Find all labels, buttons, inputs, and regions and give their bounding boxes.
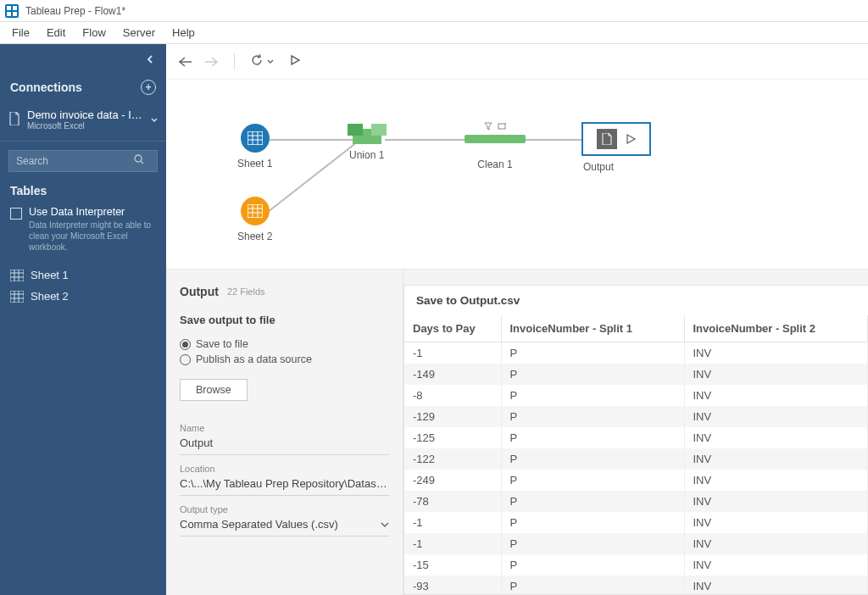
app-title: Tableau Prep - Flow1* (25, 5, 125, 17)
undo-button[interactable] (178, 56, 193, 68)
flow-node-clean[interactable]: Clean 1 (461, 124, 529, 170)
table-source-icon (241, 124, 270, 153)
run-output-icon[interactable] (626, 134, 636, 144)
table-row[interactable]: -8PINV (404, 385, 868, 406)
titlebar: Tableau Prep - Flow1* (0, 0, 868, 22)
table-source-icon (241, 197, 270, 225)
checkbox-icon[interactable] (10, 208, 22, 220)
radio-save-to-file[interactable]: Save to file (180, 338, 389, 350)
interpreter-sub: Data Interpreter might be able to clean … (29, 220, 156, 253)
flow-canvas[interactable]: Sheet 1 Sheet 2 Union 1 Clean 1 (166, 80, 868, 270)
chevron-down-icon[interactable] (267, 55, 274, 68)
table-cell: INV (684, 406, 868, 427)
column-header[interactable]: InvoiceNumber - Split 1 (501, 315, 684, 342)
radio-label: Save to file (196, 338, 248, 350)
output-config-panel: Output 22 Fields Save output to file Sav… (166, 270, 403, 595)
table-row[interactable]: -149PINV (404, 364, 868, 385)
flow-node-sheet2[interactable]: Sheet 2 (237, 197, 272, 242)
table-cell: INV (684, 533, 868, 554)
table-cell: -149 (404, 364, 501, 385)
table-row[interactable]: -1PINV (404, 533, 868, 554)
table-item-sheet2[interactable]: Sheet 2 (0, 286, 166, 307)
flow-toolbar (166, 44, 868, 80)
column-header[interactable]: Days to Pay (404, 315, 501, 342)
table-row[interactable]: -78PINV (404, 491, 868, 512)
svg-rect-6 (10, 270, 24, 281)
redo-button[interactable] (203, 56, 219, 68)
flow-node-label: Union 1 (349, 149, 384, 161)
name-field[interactable]: Output (180, 433, 389, 455)
flow-node-label: Sheet 2 (237, 231, 272, 242)
menu-edit[interactable]: Edit (38, 22, 74, 44)
name-label: Name (180, 423, 389, 433)
collapse-sidebar-icon[interactable] (146, 53, 154, 66)
table-row[interactable]: -125PINV (404, 427, 868, 448)
table-cell: INV (684, 491, 868, 512)
rename-icon (498, 122, 506, 131)
output-type-select[interactable]: Comma Separated Values (.csv) (180, 514, 389, 537)
menu-help[interactable]: Help (164, 22, 203, 44)
table-cell: -8 (404, 385, 501, 406)
svg-line-16 (268, 139, 361, 212)
flow-node-label: Sheet 1 (237, 158, 272, 170)
table-cell: INV (684, 385, 868, 406)
svg-rect-22 (248, 204, 263, 218)
column-header[interactable]: InvoiceNumber - Split 2 (684, 315, 868, 342)
data-interpreter-option[interactable]: Use Data Interpreter Data Interpreter mi… (0, 206, 166, 264)
table-row[interactable]: -15PINV (404, 554, 868, 576)
location-field[interactable]: C:\...\My Tableau Prep Repository\Dataso… (180, 474, 389, 496)
refresh-button[interactable] (250, 53, 264, 70)
run-flow-button[interactable] (289, 54, 301, 69)
union-icon (353, 129, 381, 144)
svg-point-4 (135, 155, 142, 162)
divider (0, 141, 166, 142)
table-cell: -125 (404, 427, 501, 448)
table-row[interactable]: -93PINV (404, 576, 868, 595)
table-cell: -15 (404, 554, 501, 576)
preview-title: Save to Output.csv (404, 286, 868, 315)
app-logo-icon (5, 4, 19, 18)
sidebar: Connections + Demo invoice data - Ips...… (0, 44, 166, 595)
connections-heading: Connections (10, 81, 82, 94)
flow-node-output[interactable]: Output (581, 122, 651, 173)
radio-publish[interactable]: Publish as a data source (180, 353, 389, 365)
add-connection-button[interactable]: + (141, 80, 156, 95)
table-cell: INV (684, 364, 868, 385)
svg-rect-11 (10, 291, 24, 303)
flow-node-label: Output (583, 161, 651, 173)
browse-button[interactable]: Browse (180, 379, 248, 401)
menu-server[interactable]: Server (114, 22, 164, 44)
table-cell: -1 (404, 512, 501, 533)
interpreter-title: Use Data Interpreter (29, 206, 156, 218)
table-icon (10, 270, 24, 281)
location-label: Location (180, 464, 389, 474)
table-cell: P (501, 448, 684, 470)
table-item-label: Sheet 2 (31, 290, 69, 303)
table-cell: INV (684, 448, 868, 470)
table-cell: P (501, 406, 684, 427)
table-icon (10, 291, 24, 303)
tables-heading: Tables (0, 181, 166, 206)
flow-node-sheet1[interactable]: Sheet 1 (237, 124, 272, 170)
table-row[interactable]: -1PINV (404, 512, 868, 533)
output-title: Output (180, 285, 219, 298)
preview-table[interactable]: Days to Pay InvoiceNumber - Split 1 Invo… (404, 315, 868, 595)
radio-label: Publish as a data source (196, 353, 312, 365)
table-cell: P (501, 512, 684, 533)
flow-node-union[interactable]: Union 1 (349, 129, 384, 161)
table-row[interactable]: -129PINV (404, 406, 868, 427)
chevron-down-icon[interactable] (151, 114, 158, 126)
table-row[interactable]: -249PINV (404, 470, 868, 491)
menu-flow[interactable]: Flow (74, 22, 114, 44)
svg-rect-0 (7, 6, 11, 10)
table-cell: P (501, 427, 684, 448)
table-row[interactable]: -122PINV (404, 448, 868, 470)
table-item-sheet1[interactable]: Sheet 1 (0, 264, 166, 286)
table-row[interactable]: -1PINV (404, 342, 868, 364)
connection-item[interactable]: Demo invoice data - Ips... Microsoft Exc… (0, 103, 166, 136)
menu-file[interactable]: File (3, 22, 38, 44)
table-cell: -122 (404, 448, 501, 470)
output-preview-panel: Save to Output.csv Days to Pay InvoiceNu… (403, 285, 868, 595)
table-cell: P (501, 470, 684, 491)
output-field-count: 22 Fields (227, 286, 265, 297)
